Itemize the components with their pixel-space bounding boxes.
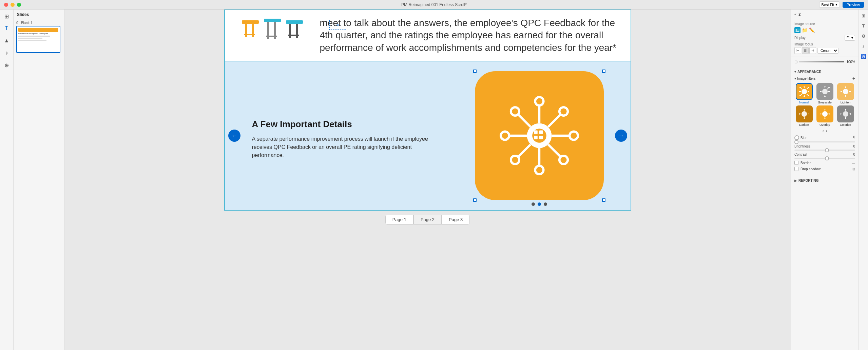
- edit-icon[interactable]: ✏️: [809, 27, 815, 33]
- appearance-chevron[interactable]: ▾: [794, 70, 796, 74]
- maximize-button[interactable]: [17, 3, 21, 7]
- page-tab-3[interactable]: Page 3: [442, 215, 470, 225]
- prev-arrow[interactable]: ←: [228, 130, 240, 142]
- carousel-dot-3[interactable]: [544, 202, 547, 206]
- blur-circle[interactable]: [794, 135, 799, 140]
- drop-shadow-row: Drop shadow ⊟: [794, 167, 855, 171]
- app-body: ⊞ T ▲ ♪ ⊕ Slides 01 Blank 1 Performance …: [0, 9, 868, 350]
- close-button[interactable]: [4, 3, 8, 7]
- filter-greyscale-thumb: [816, 83, 833, 100]
- display-dropdown[interactable]: Fit ▾: [845, 35, 855, 41]
- slide-item-1[interactable]: 01 Blank 1 Performance Management Reimag…: [14, 20, 64, 54]
- svg-point-49: [808, 87, 809, 88]
- handle-tl[interactable]: [473, 70, 477, 73]
- filter-colorize[interactable]: Colorize: [836, 105, 855, 127]
- blur-label: Blur: [801, 136, 807, 140]
- reporting-chevron[interactable]: ▶: [794, 179, 797, 182]
- carousel-dot-2[interactable]: [538, 202, 541, 206]
- opacity-slider[interactable]: [799, 61, 844, 62]
- filter-prev-icon[interactable]: ‹: [823, 129, 824, 133]
- svg-point-81: [841, 91, 841, 92]
- svg-point-61: [799, 87, 801, 88]
- right-icon-3[interactable]: ⚙: [860, 33, 867, 39]
- reporting-section: ▶ REPORTING: [791, 176, 859, 185]
- image-focus-label: Image focus: [794, 42, 855, 46]
- focus-btn-center[interactable]: ☰: [802, 47, 809, 54]
- svg-point-102: [845, 109, 846, 110]
- page-tab-2[interactable]: Page 2: [413, 215, 442, 225]
- image-source-icon[interactable]: [794, 27, 801, 33]
- slide-heading: A Few Important Details: [252, 119, 435, 130]
- slides-panel-header: Slides: [14, 9, 64, 20]
- titlebar: PM Reimagined 001 Endless Scroll* Best F…: [0, 0, 868, 9]
- fit-dropdown[interactable]: Best Fit ▾: [819, 1, 840, 8]
- blur-thumb[interactable]: [794, 140, 798, 144]
- slide-body-text: A separate performance improvement proce…: [252, 135, 435, 159]
- filter-darken-thumb: [796, 105, 813, 122]
- right-icon-1[interactable]: ⊞: [860, 12, 867, 19]
- focus-btn-right[interactable]: ⊣: [809, 47, 816, 54]
- page-tab-1[interactable]: Page 1: [385, 215, 413, 225]
- slides-icon[interactable]: ⊞: [3, 12, 11, 20]
- svg-point-51: [809, 91, 809, 92]
- slides-panel: Slides 01 Blank 1 Performance Management…: [14, 9, 64, 350]
- filter-normal-label: Normal: [799, 101, 809, 104]
- next-arrow[interactable]: →: [615, 130, 627, 142]
- filter-greyscale[interactable]: Greyscale: [815, 83, 834, 104]
- svg-point-45: [802, 89, 807, 94]
- network-svg: [495, 92, 583, 180]
- upload-icon[interactable]: 📁: [802, 27, 808, 33]
- titlebar-right: Best Fit ▾ Preview: [819, 1, 864, 8]
- carousel-dot-1[interactable]: [532, 202, 535, 206]
- svg-point-41: [512, 109, 518, 115]
- focus-btn-left[interactable]: ⊢: [794, 47, 801, 54]
- image-source-row: 📁 ✏️: [794, 27, 855, 33]
- brightness-thumb[interactable]: [825, 148, 829, 152]
- svg-point-100: [843, 111, 848, 117]
- brightness-track[interactable]: [794, 150, 855, 151]
- contrast-thumb[interactable]: [825, 156, 829, 160]
- collapse-left-icon[interactable]: «: [794, 12, 796, 16]
- links-icon[interactable]: ⊕: [3, 61, 11, 69]
- handle-tr[interactable]: [602, 70, 605, 73]
- filter-darken[interactable]: Darken: [794, 105, 814, 127]
- preview-button[interactable]: Preview: [843, 2, 864, 8]
- drop-shadow-checkbox[interactable]: [794, 167, 798, 171]
- right-icon-2[interactable]: T: [860, 22, 867, 29]
- handle-br[interactable]: [602, 198, 605, 202]
- shapes-icon[interactable]: ▲: [3, 37, 11, 45]
- filter-normal[interactable]: Normal: [794, 83, 814, 104]
- contrast-track[interactable]: [794, 158, 855, 159]
- window-controls[interactable]: [4, 3, 21, 7]
- svg-point-104: [850, 113, 851, 115]
- text-icon[interactable]: T: [3, 24, 11, 33]
- svg-rect-11: [288, 35, 299, 36]
- filter-next-icon[interactable]: ›: [826, 129, 827, 133]
- svg-point-62: [822, 89, 828, 94]
- svg-point-53: [808, 95, 809, 96]
- filter-lighten[interactable]: Lighten: [836, 83, 855, 104]
- selected-image-container[interactable]: [475, 71, 604, 200]
- filters-chevron[interactable]: ▾: [794, 77, 796, 80]
- svg-point-23: [560, 109, 566, 115]
- brightness-header: Brightness 0: [794, 144, 855, 148]
- minimize-button[interactable]: [11, 3, 15, 7]
- media-icon[interactable]: ♪: [3, 49, 11, 57]
- svg-line-33: [518, 144, 530, 157]
- focus-center-select[interactable]: Center Top Bottom: [817, 48, 838, 54]
- svg-line-56: [801, 94, 802, 95]
- blur-header: Blur 0: [794, 135, 855, 140]
- filter-overlay[interactable]: Overlay: [815, 105, 834, 127]
- blur-track[interactable]: [794, 141, 855, 142]
- right-icon-5[interactable]: ♿: [860, 53, 867, 60]
- right-icon-4[interactable]: ♪: [860, 43, 867, 50]
- svg-point-82: [802, 111, 807, 117]
- border-checkbox[interactable]: [794, 161, 798, 165]
- svg-point-32: [536, 167, 542, 173]
- svg-rect-3: [244, 34, 255, 35]
- handle-bl[interactable]: [473, 198, 477, 202]
- svg-rect-14: [534, 131, 537, 134]
- border-row: Border —: [794, 161, 855, 165]
- add-filter-icon[interactable]: +: [852, 76, 855, 81]
- slide-thumbnail[interactable]: Performance Management Reimagined: [16, 26, 60, 53]
